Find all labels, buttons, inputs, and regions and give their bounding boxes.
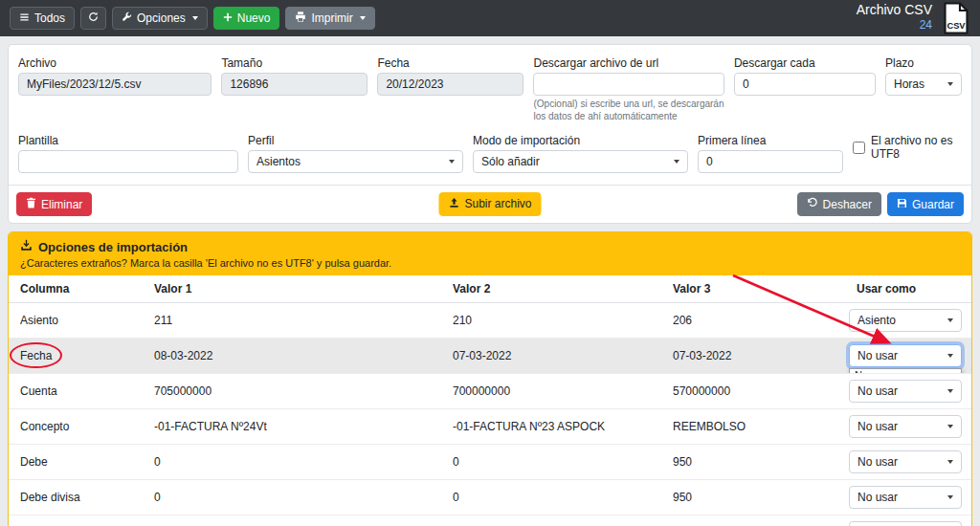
undo-icon [807, 197, 818, 211]
usar-como-select-debe-divisa[interactable]: No usar [849, 486, 962, 509]
field-modo-importacion: Modo de importación Sólo añadir [473, 134, 688, 173]
utf8-checkbox[interactable] [853, 142, 865, 154]
cell-usar-como: No usar [845, 374, 971, 409]
subir-archivo-label: Subir archivo [464, 197, 531, 210]
primera-linea-input[interactable] [698, 150, 843, 173]
cell-valor2: 07-03-2022 [441, 339, 661, 374]
usar-como-select-cuenta[interactable]: No usar [849, 380, 962, 403]
table-row-fecha: Fecha 08-03-2022 07-03-2022 07-03-2022 N… [9, 339, 971, 374]
cell-usar-como: No usar No usar ------ Asiento Línea Fec… [845, 339, 971, 374]
col-header-usar-como: Usar como [845, 275, 971, 303]
action-bar: Eliminar Subir archivo Deshacer Guardar [9, 185, 971, 223]
descargar-url-help: (Opcional) si escribe una url, se descar… [533, 99, 724, 122]
opciones-button[interactable]: Opciones [112, 7, 208, 30]
cell-valor3: 570000000 [661, 374, 845, 409]
plus-icon [223, 11, 233, 25]
cell-valor2: -01-FACTURA Nº23 ASPOCK [441, 409, 661, 445]
descargar-cada-label: Descargar cada [734, 56, 876, 70]
import-icon [20, 239, 33, 254]
perfil-label: Perfil [248, 134, 463, 147]
utf8-checkbox-row[interactable]: El archivo no es UTF8 [853, 134, 962, 161]
toolbar: Todos Opciones Nuevo Imprimir Archivo CS… [0, 0, 980, 36]
col-header-valor1: Valor 1 [143, 275, 441, 303]
plazo-select[interactable]: Horas [885, 73, 962, 96]
cell-usar-como: No usar [845, 445, 971, 480]
table-header-row: Columna Valor 1 Valor 2 Valor 3 Usar com… [9, 275, 971, 303]
cell-columna: Asiento [9, 303, 143, 339]
cell-valor1: 0 [143, 480, 441, 515]
cell-valor1: 211 [143, 303, 441, 339]
nuevo-button[interactable]: Nuevo [213, 7, 280, 30]
todos-button[interactable]: Todos [10, 7, 75, 30]
cell-valor2: 450.22 [441, 515, 661, 526]
file-form-body: Archivo Tamaño Fecha Descargar archivo d… [9, 45, 971, 185]
import-options-header: Opciones de importación ¿Caracteres extr… [9, 232, 971, 275]
import-options-title-row: Opciones de importación [20, 239, 960, 254]
deshacer-label: Deshacer [823, 198, 872, 211]
archivo-input[interactable] [18, 73, 212, 96]
usar-como-value: No usar [858, 420, 898, 433]
trash-icon [26, 197, 36, 211]
fecha-input[interactable] [377, 73, 523, 96]
field-archivo: Archivo [18, 56, 212, 96]
refresh-button[interactable] [80, 7, 106, 30]
cell-columna: Concepto [9, 409, 143, 445]
cell-valor2: 0 [441, 480, 661, 515]
field-descargar-url: Descargar archivo de url (Opcional) si e… [533, 56, 724, 122]
imprimir-label: Imprimir [311, 11, 352, 25]
refresh-icon [88, 11, 99, 25]
caret-down-icon [947, 82, 953, 86]
caret-down-icon [947, 425, 953, 428]
deshacer-button[interactable]: Deshacer [797, 192, 881, 216]
fecha-label: Fecha [377, 56, 523, 70]
usar-como-value: No usar [858, 349, 898, 362]
usar-como-select-fecha[interactable]: No usar [849, 344, 962, 367]
form-row-2: Plantilla Perfil Asientos Modo de import… [18, 134, 962, 173]
modo-importacion-selected-value: Sólo añadir [481, 155, 540, 168]
plantilla-input[interactable] [18, 150, 238, 173]
descargar-cada-input[interactable] [734, 73, 876, 96]
caret-down-icon [192, 16, 198, 20]
usar-como-select-concepto[interactable]: No usar [849, 415, 962, 438]
usar-como-select-haber[interactable]: No usar [849, 521, 962, 526]
csv-icon-text: CSV [947, 20, 966, 30]
subir-archivo-button[interactable]: Subir archivo [438, 192, 541, 216]
cell-valor1: 1215.5 [143, 515, 441, 526]
save-icon [897, 198, 907, 211]
eliminar-button[interactable]: Eliminar [16, 192, 92, 216]
todos-label: Todos [34, 11, 65, 25]
table-row-debe: Debe 0 0 950 No usar [9, 445, 971, 480]
guardar-button[interactable]: Guardar [887, 192, 964, 216]
modo-importacion-label: Modo de importación [473, 134, 688, 147]
modo-importacion-select[interactable]: Sólo añadir [473, 150, 688, 173]
guardar-label: Guardar [912, 198, 954, 211]
field-fecha: Fecha [377, 56, 523, 96]
imprimir-button[interactable]: Imprimir [285, 7, 374, 30]
tamano-input[interactable] [221, 73, 368, 96]
csv-file-icon: CSV [942, 2, 970, 37]
usar-como-select-debe[interactable]: No usar [849, 450, 962, 473]
table-row-cuenta: Cuenta 705000000 700000000 570000000 No … [9, 374, 971, 409]
fecha-cell-wrap: Fecha [20, 349, 52, 362]
usar-como-value: No usar [858, 491, 898, 504]
dropdown-option[interactable]: No usar [850, 369, 961, 374]
action-bar-right: Deshacer Guardar [797, 192, 964, 216]
field-perfil: Perfil Asientos [248, 134, 463, 173]
import-options-title: Opciones de importación [38, 240, 188, 254]
field-primera-linea: Primera línea [698, 134, 843, 173]
title-block: Archivo CSV 24 [857, 2, 932, 32]
perfil-select[interactable]: Asientos [248, 150, 463, 173]
cell-usar-como: No usar [845, 409, 971, 445]
col-header-valor2: Valor 2 [441, 275, 661, 303]
usar-como-select-asiento[interactable]: Asiento [849, 309, 962, 332]
utf8-checkbox-label: El archivo no es UTF8 [871, 134, 962, 161]
perfil-selected-value: Asientos [256, 155, 301, 168]
cell-columna: Fecha [9, 339, 143, 374]
field-tamano: Tamaño [221, 56, 368, 96]
record-count: 24 [857, 18, 932, 32]
table-row-debe-divisa: Debe divisa 0 0 950 No usar [9, 480, 971, 515]
col-header-columna: Columna [9, 275, 143, 303]
plazo-selected-value: Horas [894, 77, 924, 91]
cell-usar-como: No usar [845, 515, 971, 526]
descargar-url-input[interactable] [533, 73, 724, 96]
